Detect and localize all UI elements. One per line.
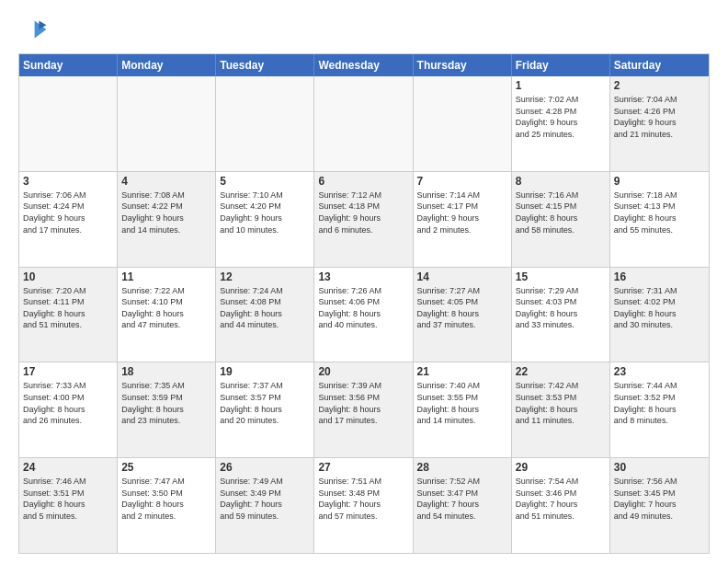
day-number: 28 [417, 461, 507, 474]
day-number: 21 [417, 365, 507, 378]
day-number: 18 [121, 365, 211, 378]
day-cell-21: 21Sunrise: 7:40 AM Sunset: 3:55 PM Dayli… [414, 362, 512, 457]
calendar-row-5: 24Sunrise: 7:46 AM Sunset: 3:51 PM Dayli… [19, 458, 709, 553]
day-cell-29: 29Sunrise: 7:54 AM Sunset: 3:46 PM Dayli… [512, 458, 610, 553]
day-cell-13: 13Sunrise: 7:26 AM Sunset: 4:06 PM Dayli… [314, 268, 413, 362]
day-cell-17: 17Sunrise: 7:33 AM Sunset: 4:00 PM Dayli… [19, 362, 118, 457]
day-cell-2: 2Sunrise: 7:04 AM Sunset: 4:26 PM Daylig… [610, 76, 709, 171]
calendar-row-3: 10Sunrise: 7:20 AM Sunset: 4:11 PM Dayli… [19, 268, 709, 363]
page: SundayMondayTuesdayWednesdayThursdayFrid… [0, 0, 728, 563]
day-info: Sunrise: 7:35 AM Sunset: 3:59 PM Dayligh… [121, 380, 211, 426]
day-number: 14 [417, 270, 507, 283]
day-info: Sunrise: 7:49 AM Sunset: 3:49 PM Dayligh… [220, 476, 310, 522]
day-info: Sunrise: 7:47 AM Sunset: 3:50 PM Dayligh… [121, 476, 211, 522]
day-number: 24 [23, 461, 113, 474]
day-number: 19 [220, 365, 310, 378]
day-info: Sunrise: 7:31 AM Sunset: 4:02 PM Dayligh… [614, 285, 705, 331]
day-number: 11 [121, 270, 211, 283]
day-cell-26: 26Sunrise: 7:49 AM Sunset: 3:49 PM Dayli… [216, 458, 314, 553]
day-info: Sunrise: 7:39 AM Sunset: 3:56 PM Dayligh… [318, 380, 408, 426]
day-number: 20 [318, 365, 408, 378]
day-cell-empty [118, 76, 216, 171]
calendar-row-4: 17Sunrise: 7:33 AM Sunset: 4:00 PM Dayli… [19, 362, 709, 458]
logo-icon [18, 15, 48, 44]
day-info: Sunrise: 7:04 AM Sunset: 4:26 PM Dayligh… [614, 94, 705, 140]
day-number: 15 [516, 270, 606, 283]
day-cell-28: 28Sunrise: 7:52 AM Sunset: 3:47 PM Dayli… [414, 458, 512, 553]
day-info: Sunrise: 7:02 AM Sunset: 4:28 PM Dayligh… [516, 94, 606, 140]
day-number: 8 [516, 175, 606, 188]
day-number: 5 [220, 175, 310, 188]
day-number: 26 [220, 461, 310, 474]
day-info: Sunrise: 7:06 AM Sunset: 4:24 PM Dayligh… [23, 190, 113, 236]
day-cell-23: 23Sunrise: 7:44 AM Sunset: 3:52 PM Dayli… [610, 362, 709, 457]
logo [18, 15, 51, 44]
day-cell-19: 19Sunrise: 7:37 AM Sunset: 3:57 PM Dayli… [216, 362, 314, 457]
day-cell-4: 4Sunrise: 7:08 AM Sunset: 4:22 PM Daylig… [118, 172, 216, 267]
day-number: 9 [614, 175, 705, 188]
day-cell-9: 9Sunrise: 7:18 AM Sunset: 4:13 PM Daylig… [610, 172, 709, 267]
day-info: Sunrise: 7:12 AM Sunset: 4:18 PM Dayligh… [318, 190, 408, 236]
day-info: Sunrise: 7:33 AM Sunset: 4:00 PM Dayligh… [23, 380, 113, 426]
day-info: Sunrise: 7:08 AM Sunset: 4:22 PM Dayligh… [121, 190, 211, 236]
day-cell-empty [19, 76, 118, 171]
calendar: SundayMondayTuesdayWednesdayThursdayFrid… [18, 53, 710, 554]
day-cell-25: 25Sunrise: 7:47 AM Sunset: 3:50 PM Dayli… [118, 458, 216, 553]
day-cell-16: 16Sunrise: 7:31 AM Sunset: 4:02 PM Dayli… [610, 268, 709, 362]
day-number: 3 [23, 175, 113, 188]
day-cell-10: 10Sunrise: 7:20 AM Sunset: 4:11 PM Dayli… [19, 268, 118, 362]
day-info: Sunrise: 7:26 AM Sunset: 4:06 PM Dayligh… [318, 285, 408, 331]
day-info: Sunrise: 7:52 AM Sunset: 3:47 PM Dayligh… [417, 476, 507, 522]
calendar-header: SundayMondayTuesdayWednesdayThursdayFrid… [19, 54, 709, 76]
day-info: Sunrise: 7:20 AM Sunset: 4:11 PM Dayligh… [23, 285, 113, 331]
day-cell-6: 6Sunrise: 7:12 AM Sunset: 4:18 PM Daylig… [314, 172, 413, 267]
day-number: 1 [516, 79, 606, 92]
day-number: 4 [121, 175, 211, 188]
day-number: 25 [121, 461, 211, 474]
day-info: Sunrise: 7:14 AM Sunset: 4:17 PM Dayligh… [417, 190, 507, 236]
day-cell-14: 14Sunrise: 7:27 AM Sunset: 4:05 PM Dayli… [414, 268, 512, 362]
day-number: 7 [417, 175, 507, 188]
header [18, 15, 710, 44]
day-cell-8: 8Sunrise: 7:16 AM Sunset: 4:15 PM Daylig… [512, 172, 610, 267]
day-cell-20: 20Sunrise: 7:39 AM Sunset: 3:56 PM Dayli… [314, 362, 413, 457]
day-info: Sunrise: 7:29 AM Sunset: 4:03 PM Dayligh… [516, 285, 606, 331]
day-info: Sunrise: 7:27 AM Sunset: 4:05 PM Dayligh… [417, 285, 507, 331]
day-info: Sunrise: 7:44 AM Sunset: 3:52 PM Dayligh… [614, 380, 705, 426]
calendar-body: 1Sunrise: 7:02 AM Sunset: 4:28 PM Daylig… [19, 76, 709, 553]
day-cell-empty [216, 76, 314, 171]
day-number: 2 [614, 79, 705, 92]
day-cell-27: 27Sunrise: 7:51 AM Sunset: 3:48 PM Dayli… [314, 458, 413, 553]
day-cell-empty [314, 76, 413, 171]
day-number: 12 [220, 270, 310, 283]
day-info: Sunrise: 7:40 AM Sunset: 3:55 PM Dayligh… [417, 380, 507, 426]
day-cell-30: 30Sunrise: 7:56 AM Sunset: 3:45 PM Dayli… [610, 458, 709, 553]
day-cell-5: 5Sunrise: 7:10 AM Sunset: 4:20 PM Daylig… [216, 172, 314, 267]
day-cell-15: 15Sunrise: 7:29 AM Sunset: 4:03 PM Dayli… [512, 268, 610, 362]
day-number: 22 [516, 365, 606, 378]
day-number: 23 [614, 365, 705, 378]
day-info: Sunrise: 7:18 AM Sunset: 4:13 PM Dayligh… [614, 190, 705, 236]
day-number: 16 [614, 270, 705, 283]
header-cell-wednesday: Wednesday [314, 54, 413, 76]
day-cell-1: 1Sunrise: 7:02 AM Sunset: 4:28 PM Daylig… [512, 76, 610, 171]
day-number: 17 [23, 365, 113, 378]
header-cell-saturday: Saturday [610, 54, 709, 76]
day-cell-3: 3Sunrise: 7:06 AM Sunset: 4:24 PM Daylig… [19, 172, 118, 267]
day-cell-empty [414, 76, 512, 171]
header-cell-tuesday: Tuesday [216, 54, 314, 76]
day-cell-24: 24Sunrise: 7:46 AM Sunset: 3:51 PM Dayli… [19, 458, 118, 553]
header-cell-sunday: Sunday [19, 54, 118, 76]
day-info: Sunrise: 7:37 AM Sunset: 3:57 PM Dayligh… [220, 380, 310, 426]
day-info: Sunrise: 7:54 AM Sunset: 3:46 PM Dayligh… [516, 476, 606, 522]
day-cell-12: 12Sunrise: 7:24 AM Sunset: 4:08 PM Dayli… [216, 268, 314, 362]
day-number: 27 [318, 461, 408, 474]
header-cell-thursday: Thursday [414, 54, 512, 76]
day-number: 10 [23, 270, 113, 283]
day-number: 13 [318, 270, 408, 283]
day-number: 30 [614, 461, 705, 474]
day-info: Sunrise: 7:51 AM Sunset: 3:48 PM Dayligh… [318, 476, 408, 522]
day-number: 29 [516, 461, 606, 474]
calendar-row-1: 1Sunrise: 7:02 AM Sunset: 4:28 PM Daylig… [19, 76, 709, 172]
header-cell-monday: Monday [118, 54, 216, 76]
